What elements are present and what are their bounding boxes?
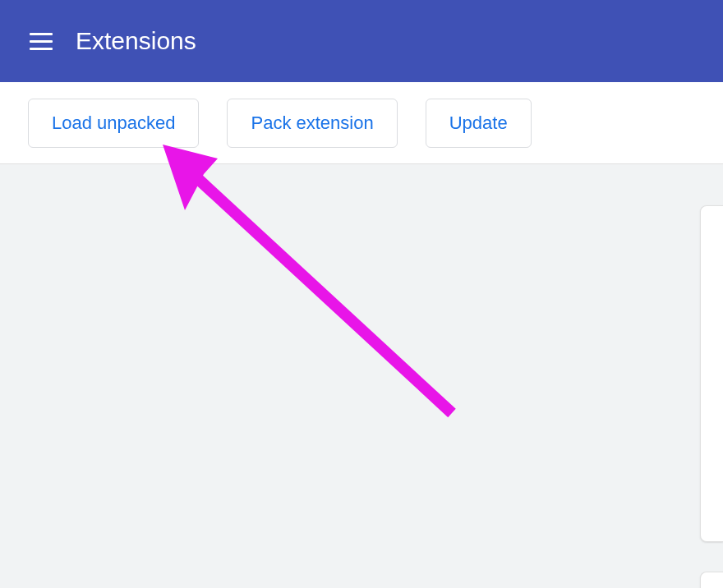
page-title: Extensions bbox=[76, 27, 196, 55]
extension-card-partial bbox=[700, 205, 723, 542]
load-unpacked-button[interactable]: Load unpacked bbox=[28, 99, 199, 148]
header-bar: Extensions bbox=[0, 0, 723, 82]
content-area bbox=[0, 164, 723, 588]
menu-icon[interactable] bbox=[30, 33, 53, 50]
pack-extension-button[interactable]: Pack extension bbox=[227, 99, 397, 148]
extension-card-partial bbox=[700, 572, 723, 588]
menu-bar bbox=[30, 48, 53, 50]
menu-bar bbox=[30, 33, 53, 35]
update-button[interactable]: Update bbox=[426, 99, 532, 148]
toolbar: Load unpacked Pack extension Update bbox=[0, 82, 723, 164]
menu-bar bbox=[30, 40, 53, 43]
